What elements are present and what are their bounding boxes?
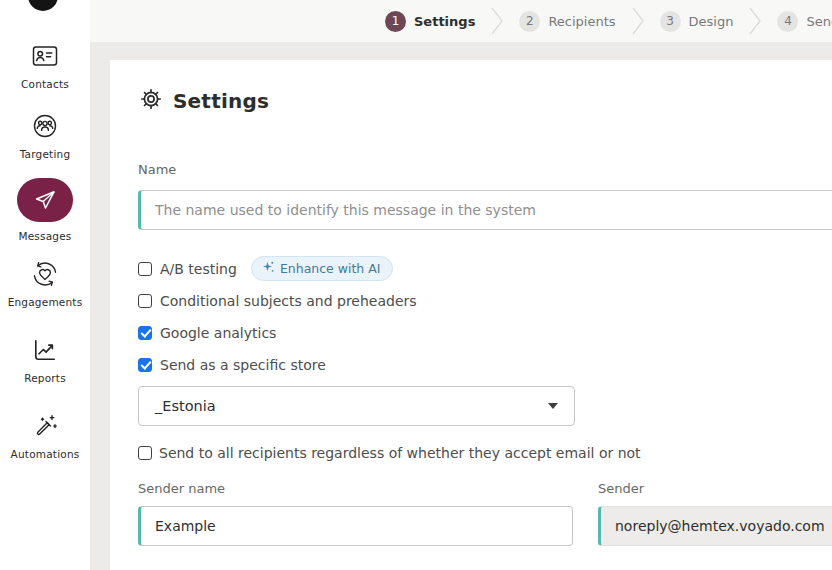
- stepper: 1 Settings 2 Recipients 3 Design 4 Send: [90, 0, 832, 42]
- sender-name-input[interactable]: [138, 506, 573, 546]
- sidebar-item-automations[interactable]: Automations: [0, 412, 90, 460]
- step-label: Send: [806, 14, 832, 29]
- sidebar-item-reports[interactable]: Reports: [0, 336, 90, 384]
- paper-plane-icon: [17, 178, 73, 222]
- checkbox-row-send-as-store[interactable]: Send as a specific store: [138, 353, 326, 376]
- contact-card-icon: [32, 42, 58, 70]
- settings-panel: Settings Name A/B testing Enhance with A…: [110, 60, 832, 570]
- checkbox-checked[interactable]: [138, 326, 152, 340]
- checkbox-row-conditional-subjects[interactable]: Conditional subjects and preheaders: [138, 289, 417, 312]
- magic-wand-icon: [31, 412, 59, 440]
- app-root: Settings Name A/B testing Enhance with A…: [0, 0, 832, 570]
- app-logo[interactable]: [28, 0, 58, 11]
- step-number-badge: 3: [660, 11, 681, 32]
- step-separator-icon: [491, 6, 503, 36]
- send-to-all-label: Send to all recipients regardless of whe…: [159, 445, 641, 461]
- store-select[interactable]: _Estonia: [138, 386, 575, 426]
- step-number-badge: 2: [519, 11, 540, 32]
- step-label: Settings: [414, 14, 475, 29]
- sidebar: Contacts Targeting Messag: [0, 0, 90, 570]
- step-recipients[interactable]: 2 Recipients: [519, 11, 615, 32]
- checkbox-row-ab-testing[interactable]: A/B testing Enhance with AI: [138, 257, 393, 280]
- step-number-badge: 1: [385, 11, 406, 32]
- sidebar-item-contacts[interactable]: Contacts: [0, 42, 90, 90]
- ai-sparkle-icon: [262, 261, 274, 276]
- step-settings[interactable]: 1 Settings: [385, 11, 475, 32]
- step-label: Design: [689, 14, 734, 29]
- page-title-row: Settings: [140, 88, 269, 114]
- gear-icon: [140, 88, 162, 114]
- step-label: Recipients: [548, 14, 615, 29]
- heart-loop-icon: [30, 260, 60, 288]
- sidebar-item-messages[interactable]: Messages: [0, 178, 90, 242]
- sender-label: Sender: [598, 481, 644, 496]
- step-separator-icon: [749, 6, 761, 36]
- checkbox-row-google-analytics[interactable]: Google analytics: [138, 321, 276, 344]
- store-select-value: _Estonia: [155, 398, 216, 414]
- name-label: Name: [138, 162, 176, 177]
- content-background: Settings Name A/B testing Enhance with A…: [90, 42, 832, 570]
- sender-input[interactable]: [598, 506, 832, 546]
- checkbox-checked[interactable]: [138, 358, 152, 372]
- step-design[interactable]: 3 Design: [660, 11, 734, 32]
- page-title: Settings: [173, 89, 269, 113]
- sender-name-label: Sender name: [138, 481, 225, 496]
- name-input[interactable]: [138, 190, 832, 230]
- audience-icon: [31, 112, 59, 140]
- sidebar-item-engagements[interactable]: Engagements: [0, 260, 90, 308]
- step-send[interactable]: 4 Send: [777, 11, 832, 32]
- checkbox[interactable]: [138, 262, 152, 276]
- step-number-badge: 4: [777, 11, 798, 32]
- step-separator-icon: [632, 6, 644, 36]
- checkbox-row-send-to-all[interactable]: Send to all recipients regardless of whe…: [138, 443, 683, 464]
- enhance-with-ai-badge[interactable]: Enhance with AI: [251, 256, 394, 281]
- sidebar-item-targeting[interactable]: Targeting: [0, 112, 90, 160]
- chart-icon: [32, 336, 58, 364]
- chevron-down-icon: [548, 403, 558, 409]
- checkbox[interactable]: [138, 446, 152, 460]
- checkbox[interactable]: [138, 294, 152, 308]
